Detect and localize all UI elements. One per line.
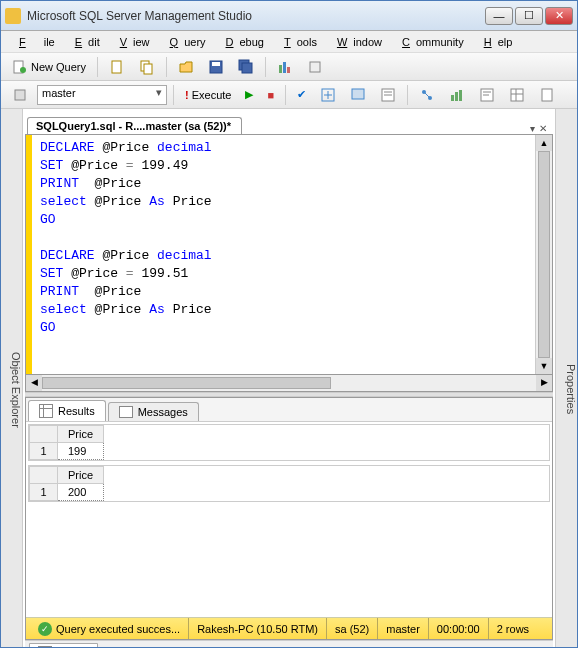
new-query-icon [12, 59, 28, 75]
open-button[interactable] [173, 56, 199, 78]
table-row[interactable]: 1199 [30, 443, 104, 460]
parse-button[interactable]: ✔ [292, 85, 311, 104]
maximize-button[interactable]: ☐ [515, 7, 543, 25]
menu-file[interactable]: File [7, 34, 61, 50]
registered-servers-button[interactable] [302, 56, 328, 78]
results-tabs: Results Messages [26, 398, 552, 422]
messages-icon [119, 406, 133, 418]
tab-messages[interactable]: Messages [108, 402, 199, 421]
results-text-button[interactable] [474, 84, 500, 106]
database-selector[interactable]: master [37, 85, 167, 105]
status-elapsed: 00:00:00 [429, 618, 489, 639]
editor-hscrollbar[interactable]: ◀ ▶ [26, 375, 552, 391]
stop-button[interactable]: ■ [262, 86, 279, 104]
scroll-up-icon[interactable]: ▲ [536, 135, 552, 151]
scroll-right-icon[interactable]: ▶ [536, 375, 552, 391]
svg-rect-2 [112, 61, 121, 73]
results-grid-icon [39, 404, 53, 418]
svg-rect-6 [212, 62, 220, 66]
include-plan-button[interactable] [414, 84, 440, 106]
stop-icon: ■ [267, 89, 274, 101]
cell[interactable]: 200 [58, 484, 104, 501]
output-tab-row: Output [25, 640, 553, 648]
object-explorer-rail[interactable]: Object Explorer [1, 109, 23, 648]
results-grid-button[interactable] [504, 84, 530, 106]
svg-rect-15 [352, 89, 364, 99]
editor-vscrollbar[interactable]: ▲ ▼ [535, 135, 552, 374]
standard-toolbar: New Query [1, 53, 577, 81]
svg-rect-24 [459, 90, 462, 101]
document-tab-label: SQLQuery1.sql - R....master (sa (52))* [36, 120, 231, 132]
sql-editor-toolbar: master ! Execute ▶ ■ ✔ [1, 81, 577, 109]
center-pane: SQLQuery1.sql - R....master (sa (52))* ▾… [23, 109, 555, 648]
editor-pane: DECLARE @Price decimalSET @Price = 199.4… [25, 135, 553, 375]
results-file-button[interactable] [534, 84, 560, 106]
sql-editor[interactable]: DECLARE @Price decimalSET @Price = 199.4… [32, 135, 535, 374]
intellisense-button[interactable] [375, 84, 401, 106]
table-row[interactable]: 1200 [30, 484, 104, 501]
cell[interactable]: 199 [58, 443, 104, 460]
svg-rect-28 [511, 89, 523, 101]
status-message: ✓Query executed succes... [30, 618, 189, 639]
menu-debug[interactable]: Debug [214, 34, 270, 50]
estimated-plan-button[interactable] [315, 84, 341, 106]
svg-rect-23 [455, 92, 458, 101]
result-grid[interactable]: Price1200 [28, 465, 550, 502]
debug-button[interactable]: ▶ [240, 85, 258, 104]
tab-results[interactable]: Results [28, 400, 106, 421]
status-login: sa (52) [327, 618, 378, 639]
status-db: master [378, 618, 429, 639]
svg-rect-4 [144, 64, 152, 74]
available-databases-icon [7, 84, 33, 106]
play-icon: ▶ [245, 88, 253, 101]
database-selector-value: master [42, 87, 76, 99]
status-server: Rakesh-PC (10.50 RTM) [189, 618, 327, 639]
menu-query[interactable]: Query [158, 34, 212, 50]
app-icon [5, 8, 21, 24]
tab-output[interactable]: Output [29, 643, 98, 649]
svg-rect-12 [310, 62, 320, 72]
svg-rect-11 [287, 67, 290, 73]
menu-community[interactable]: Community [390, 34, 470, 50]
new-file-button[interactable] [104, 56, 130, 78]
execute-button[interactable]: ! Execute [180, 86, 236, 104]
titlebar: Microsoft SQL Server Management Studio —… [1, 1, 577, 31]
menu-edit[interactable]: Edit [63, 34, 106, 50]
menubar: File Edit View Query Debug Tools Window … [1, 31, 577, 53]
window-title: Microsoft SQL Server Management Studio [27, 9, 485, 23]
menu-help[interactable]: Help [472, 34, 519, 50]
svg-rect-10 [283, 62, 286, 73]
menu-window[interactable]: Window [325, 34, 388, 50]
close-button[interactable]: ✕ [545, 7, 573, 25]
window-buttons: — ☐ ✕ [485, 7, 573, 25]
new-query-button[interactable]: New Query [7, 56, 91, 78]
column-header[interactable]: Price [58, 426, 104, 443]
menu-view[interactable]: View [108, 34, 156, 50]
scroll-left-icon[interactable]: ◀ [26, 375, 42, 391]
results-pane: Results Messages Price1199 Price1200 ✓Qu… [25, 397, 553, 640]
menu-tools[interactable]: Tools [272, 34, 323, 50]
new-project-button[interactable] [134, 56, 160, 78]
save-all-button[interactable] [233, 56, 259, 78]
query-options-button[interactable] [345, 84, 371, 106]
client-stats-button[interactable] [444, 84, 470, 106]
properties-rail[interactable]: Properties [555, 109, 577, 648]
result-grids: Price1199 Price1200 [26, 422, 552, 617]
column-header[interactable]: Price [58, 467, 104, 484]
svg-line-21 [425, 93, 429, 97]
status-rows: 2 rows [489, 618, 537, 639]
activity-monitor-button[interactable] [272, 56, 298, 78]
result-grid[interactable]: Price1199 [28, 424, 550, 461]
tab-dropdown-icon[interactable]: ▾ [530, 123, 535, 134]
document-tab-active[interactable]: SQLQuery1.sql - R....master (sa (52))* [27, 117, 242, 134]
document-close-icon[interactable]: ✕ [539, 123, 547, 134]
success-icon: ✓ [38, 622, 52, 636]
execute-bang-icon: ! [185, 89, 189, 101]
execute-label: Execute [192, 89, 232, 101]
save-button[interactable] [203, 56, 229, 78]
minimize-button[interactable]: — [485, 7, 513, 25]
svg-rect-9 [279, 65, 282, 73]
scroll-down-icon[interactable]: ▼ [536, 358, 552, 374]
scroll-thumb[interactable] [538, 151, 550, 358]
scroll-thumb-h[interactable] [42, 377, 331, 389]
